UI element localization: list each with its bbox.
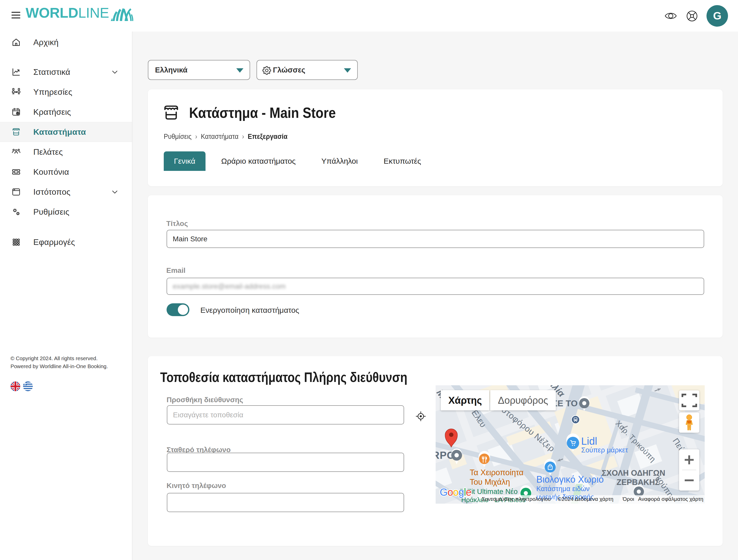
- svg-text:©2024 Δεδομένα χάρτη: ©2024 Δεδομένα χάρτη: [558, 496, 614, 502]
- svg-text:Βιολογικό Χωριό: Βιολογικό Χωριό: [536, 474, 604, 485]
- svg-text:Σούπερ μάρκετ: Σούπερ μάρκετ: [581, 446, 628, 454]
- svg-text:Συντομεύσεις πληκτρολογίου: Συντομεύσεις πληκτρολογίου: [482, 496, 551, 502]
- svg-text:ΣΕ ΤΟ: ΣΕ ΤΟ: [552, 398, 578, 408]
- svg-text:Χάρτης: Χάρτης: [448, 395, 482, 406]
- svg-text:Google: Google: [440, 487, 471, 498]
- svg-text:Του Μιχάλη: Του Μιχάλη: [470, 478, 510, 487]
- svg-text:Κατάστημα ειδών: Κατάστημα ειδών: [536, 485, 590, 493]
- svg-text:Τα Χειροποίητα: Τα Χειροποίητα: [470, 468, 523, 477]
- svg-text:Αναφορά σφάλματος χάρτη: Αναφορά σφάλματος χάρτη: [638, 496, 703, 502]
- svg-text:Lidl: Lidl: [581, 436, 597, 447]
- svg-text:ΣΧΟΛΗ ΟΔΗΓΩΝ: ΣΧΟΛΗ ΟΔΗΓΩΝ: [602, 469, 665, 478]
- svg-text:Όροι: Όροι: [623, 496, 634, 502]
- svg-text:Δορυφόρος: Δορυφόρος: [498, 395, 548, 406]
